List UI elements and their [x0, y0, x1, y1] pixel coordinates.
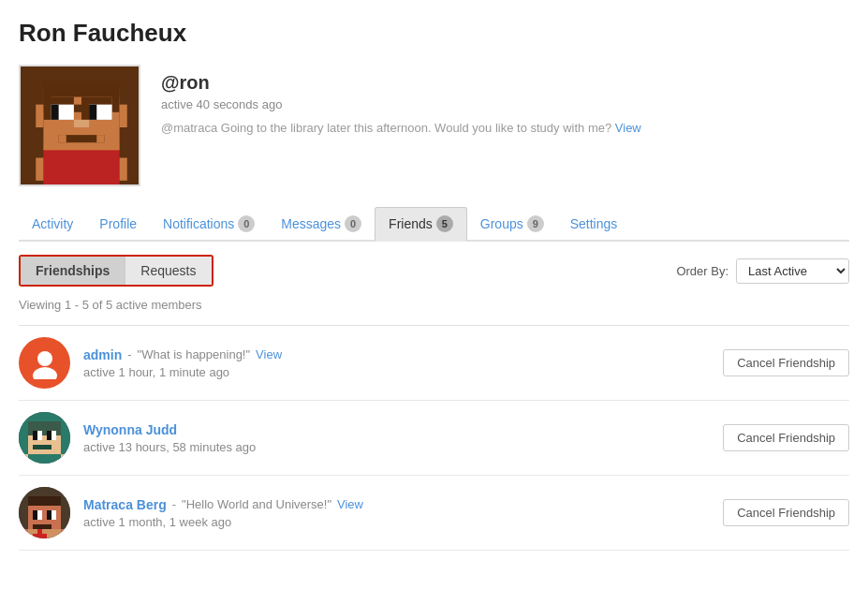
profile-message: @matraca Going to the library later this… [161, 121, 641, 135]
tab-settings-label: Settings [570, 216, 618, 231]
friend-avatar-admin [19, 337, 70, 389]
tab-activity-label: Activity [32, 216, 73, 231]
friend-name-wynonna[interactable]: Wynonna Judd [83, 422, 177, 437]
friend-quote-matraca: "Hello World and Universe!" [182, 497, 331, 511]
friend-row-wynonna: Wynonna Judd active 13 hours, 58 minutes… [19, 401, 849, 476]
friend-quote-admin: "What is happening!" [138, 347, 251, 361]
sub-tabs-row: Friendships Requests Order By: Last Acti… [19, 255, 849, 287]
tab-notifications[interactable]: Notifications 0 [150, 208, 268, 242]
friend-name-admin[interactable]: admin [83, 347, 122, 362]
svg-point-0 [37, 351, 52, 366]
friend-info-wynonna: Wynonna Judd active 13 hours, 58 minutes… [83, 422, 710, 454]
matraca-avatar-canvas [19, 487, 70, 538]
tab-settings[interactable]: Settings [557, 209, 631, 241]
tab-activity[interactable]: Activity [19, 209, 86, 241]
friend-info-matraca: Matraca Berg - "Hello World and Universe… [83, 497, 710, 529]
messages-badge: 0 [345, 215, 361, 232]
sub-tab-requests[interactable]: Requests [125, 257, 211, 285]
friend-avatar-wynonna [19, 412, 70, 464]
cancel-friendship-wynonna[interactable]: Cancel Friendship [723, 424, 849, 451]
tab-notifications-label: Notifications [163, 216, 234, 231]
tab-groups[interactable]: Groups 9 [467, 208, 557, 242]
tab-groups-label: Groups [480, 216, 523, 231]
page-wrapper: Ron Faucheux @ron active 40 seconds ago … [0, 0, 868, 569]
tab-messages-label: Messages [281, 216, 341, 231]
notifications-badge: 0 [238, 215, 255, 232]
sub-tabs: Friendships Requests [19, 255, 213, 287]
profile-active-status: active 40 seconds ago [161, 97, 641, 111]
friend-active-wynonna: active 13 hours, 58 minutes ago [83, 440, 710, 454]
friend-row-matraca: Matraca Berg - "Hello World and Universe… [19, 476, 849, 551]
friend-active-admin: active 1 hour, 1 minute ago [83, 365, 710, 379]
viewing-text: Viewing 1 - 5 of 5 active members [19, 298, 849, 312]
groups-badge: 9 [527, 215, 544, 232]
order-by-label: Order By: [676, 264, 728, 278]
profile-section: @ron active 40 seconds ago @matraca Goin… [19, 65, 849, 186]
profile-message-text: @matraca Going to the library later this… [161, 121, 611, 135]
avatar-canvas [21, 66, 140, 186]
friend-name-matraca[interactable]: Matraca Berg [83, 497, 167, 512]
tab-messages[interactable]: Messages 0 [268, 208, 375, 242]
cancel-friendship-admin[interactable]: Cancel Friendship [723, 349, 849, 376]
friend-view-link-admin[interactable]: View [256, 347, 282, 361]
sub-tab-friendships[interactable]: Friendships [21, 257, 125, 285]
friend-row: admin - "What is happening!" View active… [19, 326, 849, 401]
page-title: Ron Faucheux [19, 19, 849, 48]
profile-message-view-link[interactable]: View [615, 121, 641, 135]
tab-profile[interactable]: Profile [86, 209, 150, 241]
profile-handle: @ron [161, 72, 641, 94]
tab-friends-label: Friends [389, 216, 433, 231]
person-icon [29, 347, 61, 379]
friend-name-row-wynonna: Wynonna Judd [83, 422, 710, 437]
profile-info: @ron active 40 seconds ago @matraca Goin… [161, 65, 641, 135]
friend-active-matraca: active 1 month, 1 week ago [83, 515, 710, 529]
wynonna-avatar-canvas [19, 412, 70, 464]
cancel-friendship-matraca[interactable]: Cancel Friendship [723, 499, 849, 526]
avatar [19, 65, 140, 186]
friend-name-row-matraca: Matraca Berg - "Hello World and Universe… [83, 497, 710, 512]
friend-info-admin: admin - "What is happening!" View active… [83, 347, 710, 379]
tab-profile-label: Profile [99, 216, 137, 231]
friend-view-link-matraca[interactable]: View [337, 497, 363, 511]
tab-friends[interactable]: Friends 5 [375, 207, 467, 242]
friends-badge: 5 [436, 215, 453, 232]
friend-status-admin: - [127, 347, 131, 361]
friend-avatar-matraca [19, 487, 70, 538]
friend-name-row-admin: admin - "What is happening!" View [83, 347, 710, 362]
friend-status-matraca: - [172, 497, 176, 511]
order-by-select[interactable]: Last Active Alphabetically Date Friended [736, 258, 849, 284]
nav-tabs: Activity Profile Notifications 0 Message… [19, 207, 849, 242]
svg-point-1 [33, 367, 57, 379]
order-by-section: Order By: Last Active Alphabetically Dat… [676, 258, 849, 284]
friend-list: admin - "What is happening!" View active… [19, 325, 849, 551]
